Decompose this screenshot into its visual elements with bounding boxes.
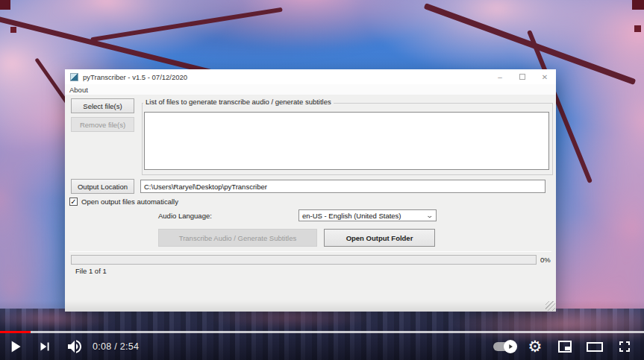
menu-item-about[interactable]: About: [65, 86, 93, 94]
open-output-folder-button[interactable]: Open Output Folder: [324, 229, 435, 247]
open-output-checkbox-row[interactable]: ✓ Open output files automatically: [69, 198, 178, 206]
branch-decoration: [10, 27, 16, 33]
window-titlebar[interactable]: pyTranscriber - v1.5 - 07/12/2020 – ✕: [65, 69, 556, 84]
theater-mode-button[interactable]: [580, 333, 610, 360]
close-button[interactable]: ✕: [534, 69, 556, 84]
chevron-down-icon: ⌄: [426, 212, 434, 219]
progress-bar: [71, 255, 537, 265]
right-controls: ⚙: [493, 333, 640, 360]
fullscreen-button[interactable]: [610, 333, 640, 360]
audio-language-label: Audio Language:: [158, 212, 212, 220]
open-output-checkbox-label: Open output files automatically: [81, 198, 178, 206]
autoplay-toggle[interactable]: [493, 342, 516, 351]
theater-icon: [585, 338, 604, 356]
time-display: 0:08 / 2:54: [93, 341, 139, 352]
gear-icon: ⚙: [528, 339, 543, 355]
window-title: pyTranscriber - v1.5 - 07/12/2020: [83, 73, 187, 81]
player-controls-bar: 0:08 / 2:54 ⚙: [0, 333, 644, 360]
video-player: pyTranscriber - v1.5 - 07/12/2020 – ✕ Ab…: [0, 0, 644, 360]
play-button[interactable]: [0, 333, 30, 360]
branch-decoration: [0, 0, 10, 10]
branch-decoration: [634, 25, 641, 32]
transcribe-button[interactable]: Transcribe Audio / Generate Subtitles: [158, 229, 317, 247]
settings-button[interactable]: ⚙: [520, 333, 550, 360]
window-caption-buttons: – ✕: [489, 69, 556, 84]
pytranscriber-window: pyTranscriber - v1.5 - 07/12/2020 – ✕ Ab…: [65, 69, 556, 312]
next-icon: [37, 338, 53, 355]
maximize-button[interactable]: [511, 69, 534, 84]
output-path-field[interactable]: C:\Users\Raryel\Desktop\pyTranscriber: [140, 180, 545, 193]
progress-percent: 0%: [540, 256, 551, 264]
play-icon: [5, 337, 25, 356]
checkbox-checked-icon[interactable]: ✓: [69, 198, 78, 206]
miniplayer-icon: [556, 338, 574, 356]
app-icon: [70, 73, 78, 81]
select-files-button[interactable]: Select file(s): [71, 98, 134, 113]
menu-bar: About: [65, 84, 556, 95]
autoplay-play-icon: [507, 343, 514, 350]
audio-language-dropdown[interactable]: en-US - English (United States) ⌄: [298, 209, 437, 221]
file-counter: File 1 of 1: [75, 267, 107, 275]
next-button[interactable]: [30, 333, 60, 360]
branch-decoration: [632, 0, 644, 10]
divider: [69, 251, 551, 252]
file-listbox[interactable]: [144, 112, 549, 170]
miniplayer-button[interactable]: [550, 333, 580, 360]
maximize-icon: [519, 74, 525, 80]
minimize-button[interactable]: –: [489, 69, 511, 84]
autoplay-knob: [504, 340, 517, 353]
fullscreen-icon: [616, 338, 634, 356]
file-list-group-label: List of files to generate transcribe aud…: [143, 98, 334, 106]
audio-language-selected: en-US - English (United States): [302, 212, 401, 220]
remove-files-button[interactable]: Remove file(s): [71, 117, 134, 132]
output-location-button[interactable]: Output Location: [71, 179, 134, 194]
volume-button[interactable]: [60, 333, 90, 360]
volume-icon: [66, 338, 84, 356]
